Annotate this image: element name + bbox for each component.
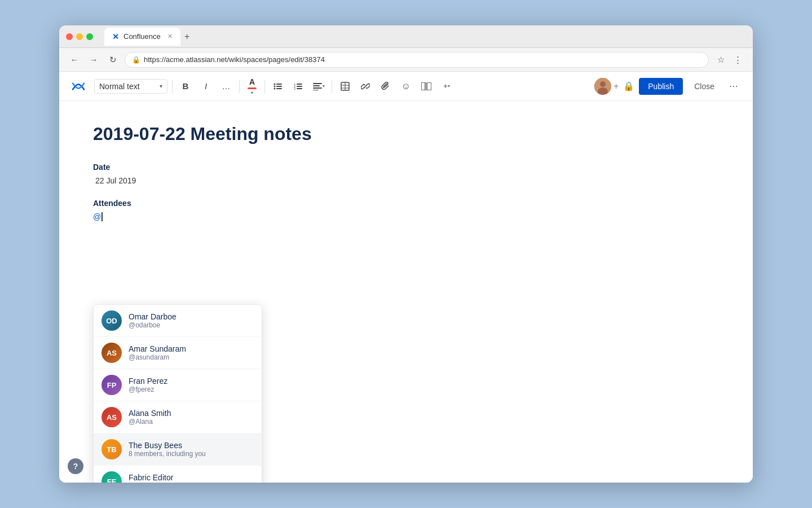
attendees-label: Attendees — [93, 199, 719, 208]
avatar-fabric: FE — [102, 471, 122, 483]
bullet-list-icon — [273, 82, 283, 90]
toolbar-more-button[interactable]: ⋯ — [726, 78, 742, 94]
svg-rect-5 — [276, 88, 282, 89]
bold-button[interactable]: B — [177, 78, 194, 95]
browser-window: ✕ Confluence ✕ + ← → ↻ 🔒 https://acme.at… — [59, 25, 753, 483]
text-cursor — [102, 212, 103, 221]
numbered-list-icon: 1. 2. 3. — [294, 82, 303, 90]
layout-icon — [421, 82, 431, 90]
title-bar: ✕ Confluence ✕ + — [59, 25, 753, 48]
confluence-tab-icon: ✕ — [112, 32, 119, 41]
address-bar[interactable]: 🔒 https://acme.atlassian.net/wiki/spaces… — [125, 52, 709, 68]
autocomplete-item-busybees[interactable]: TB The Busy Bees 8 members, including yo… — [94, 433, 262, 466]
svg-point-4 — [274, 87, 276, 89]
table-icon — [341, 82, 350, 91]
alignment-button[interactable]: ▾ — [310, 78, 327, 95]
emoji-button[interactable]: ☺ — [398, 78, 414, 95]
italic-button[interactable]: I — [197, 78, 214, 95]
minimize-window-btn[interactable] — [76, 33, 83, 40]
text-color-button[interactable]: A ▾ — [244, 75, 260, 98]
svg-rect-7 — [297, 84, 302, 85]
svg-rect-1 — [276, 84, 282, 85]
item-username-fran: @fperez — [129, 386, 254, 393]
svg-rect-21 — [421, 82, 425, 90]
more-formatting-button[interactable]: … — [218, 78, 235, 95]
avatar-alana: AS — [102, 407, 122, 427]
text-style-dropdown[interactable]: Normal text ▾ — [94, 79, 167, 94]
link-button[interactable] — [357, 78, 374, 95]
svg-text:3.: 3. — [294, 87, 296, 90]
user-avatar-container: + — [594, 78, 619, 95]
forward-button[interactable]: → — [86, 52, 101, 67]
attachment-button[interactable] — [377, 78, 394, 95]
item-username-omar: @odarboe — [129, 321, 254, 329]
reload-button[interactable]: ↻ — [105, 52, 120, 67]
confluence-logo — [70, 78, 86, 94]
editor-area[interactable]: 2019-07-22 Meeting notes Date 22 Jul 201… — [59, 101, 753, 483]
lock-button[interactable]: 🔒 — [623, 81, 634, 91]
at-mention-input[interactable]: @ — [93, 212, 719, 221]
close-window-btn[interactable] — [66, 33, 73, 40]
item-name-alana: Alana Smith — [129, 409, 254, 418]
publish-button[interactable]: Publish — [639, 78, 683, 95]
user-avatar — [594, 78, 611, 95]
toolbar-divider-4 — [332, 80, 332, 93]
item-name-fabric: Fabric Editor — [129, 473, 254, 482]
autocomplete-dropdown: OD Omar Darboe @odarboe AS Amar Sundaram… — [93, 304, 262, 483]
svg-rect-11 — [297, 88, 302, 89]
url-text: https://acme.atlassian.net/wiki/spaces/p… — [144, 55, 701, 64]
nav-bar: ← → ↻ 🔒 https://acme.atlassian.net/wiki/… — [59, 48, 753, 72]
help-button[interactable]: ? — [68, 458, 83, 474]
autocomplete-item-fabric[interactable]: FE Fabric Editor 16 members, including y… — [94, 466, 262, 483]
bookmark-button[interactable]: ☆ — [713, 52, 728, 67]
close-button[interactable]: Close — [687, 78, 721, 94]
browser-more-button[interactable]: ⋮ — [730, 52, 745, 67]
date-label: Date — [93, 163, 719, 172]
item-info-alana: Alana Smith @Alana — [129, 409, 254, 426]
avatar-omar: OD — [102, 310, 122, 331]
svg-rect-13 — [313, 85, 320, 86]
avatar-amar: AS — [102, 343, 122, 363]
invite-user-button[interactable]: + — [614, 81, 619, 91]
item-username-busybees: 8 members, including you — [129, 450, 254, 458]
svg-line-20 — [364, 85, 367, 87]
at-symbol: @ — [93, 212, 101, 221]
item-info-amar: Amar Sundaram @asundaram — [129, 344, 254, 361]
item-name-busybees: The Busy Bees — [129, 441, 254, 450]
text-style-label: Normal text — [99, 82, 140, 91]
svg-rect-9 — [297, 86, 302, 87]
svg-rect-14 — [313, 87, 322, 89]
back-button[interactable]: ← — [67, 52, 82, 67]
color-letter: A — [249, 77, 255, 86]
item-name-fran: Fran Perez — [129, 376, 254, 386]
toolbar-right: + 🔒 Publish Close ⋯ — [594, 78, 742, 95]
maximize-window-btn[interactable] — [86, 33, 93, 40]
attachment-icon — [381, 82, 390, 91]
link-icon — [361, 82, 370, 91]
tab-close-btn[interactable]: ✕ — [167, 33, 173, 40]
color-indicator — [248, 87, 257, 89]
tab-title: Confluence — [123, 32, 161, 41]
autocomplete-item-omar[interactable]: OD Omar Darboe @odarboe — [94, 305, 262, 337]
new-tab-button[interactable]: + — [180, 30, 194, 43]
active-tab[interactable]: ✕ Confluence ✕ — [104, 28, 180, 46]
item-info-omar: Omar Darboe @odarboe — [129, 312, 254, 329]
autocomplete-item-amar[interactable]: AS Amar Sundaram @asundaram — [94, 337, 262, 369]
date-section: Date 22 Jul 2019 — [93, 163, 719, 185]
autocomplete-item-alana[interactable]: AS Alana Smith @Alana — [94, 401, 262, 433]
svg-point-0 — [274, 83, 276, 85]
svg-rect-3 — [276, 86, 282, 87]
table-button[interactable] — [337, 78, 354, 95]
alignment-icon — [313, 82, 322, 90]
editor-toolbar: Normal text ▾ B I … A ▾ 1. — [59, 72, 753, 101]
item-info-busybees: The Busy Bees 8 members, including you — [129, 441, 254, 458]
svg-point-24 — [600, 81, 606, 87]
bullet-list-button[interactable] — [270, 78, 286, 95]
layout-button[interactable] — [418, 78, 435, 95]
numbered-list-button[interactable]: 1. 2. 3. — [290, 78, 307, 95]
confluence-logo-svg — [72, 80, 85, 93]
svg-rect-12 — [313, 83, 322, 84]
insert-more-button[interactable]: + ▾ — [438, 78, 455, 95]
content-area: 2019-07-22 Meeting notes Date 22 Jul 201… — [59, 101, 753, 483]
autocomplete-item-fran[interactable]: FP Fran Perez @fperez — [94, 369, 262, 401]
